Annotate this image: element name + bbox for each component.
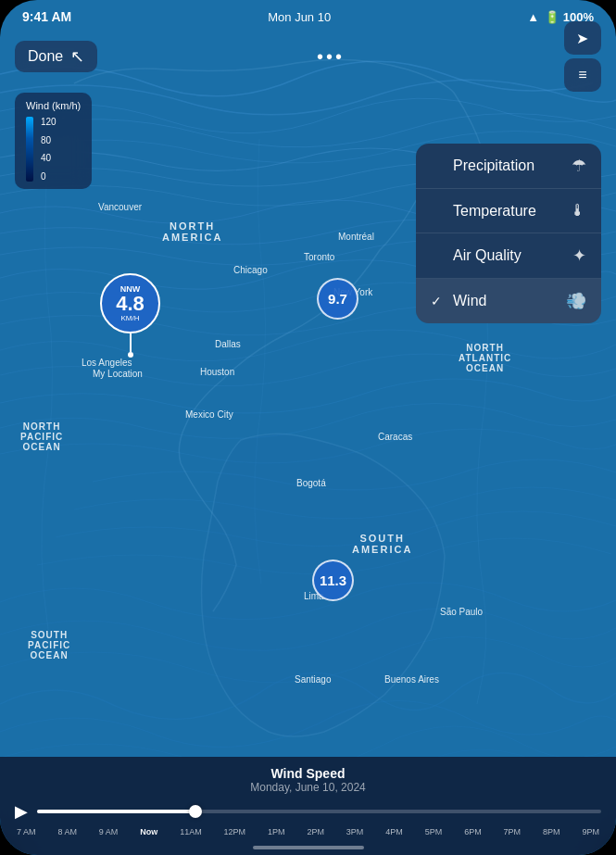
air-quality-icon: ✦ xyxy=(572,245,586,266)
timeline-track[interactable] xyxy=(37,810,601,813)
time-12pm: 12PM xyxy=(224,827,246,836)
wind-bubble-secondary: 9.7 xyxy=(317,278,358,320)
done-label: Done xyxy=(28,48,63,65)
play-button[interactable]: ▶ xyxy=(15,801,28,822)
wind-visualization xyxy=(0,0,616,855)
time-7pm: 7PM xyxy=(504,827,522,836)
timeline-controls: ▶ xyxy=(15,801,601,822)
device-frame: 9:41 AM Mon Jun 10 ▲ 🔋 100% Done ↖ ••• ➤… xyxy=(0,0,616,855)
layer-dropdown-menu: Precipitation ☂ Temperature 🌡 Air Qualit… xyxy=(416,144,601,323)
top-bar: Done ↖ ••• ➤ ≡ xyxy=(0,33,616,80)
timeline-date: Monday, June 10, 2024 xyxy=(15,781,601,794)
layers-button[interactable]: ≡ xyxy=(564,58,601,92)
wind-label-120: 120 xyxy=(41,117,57,127)
top-dots: ••• xyxy=(317,46,345,68)
wind-marker-my-location[interactable]: NNW 4.8 KM/H xyxy=(100,273,160,358)
menu-item-temperature[interactable]: Temperature 🌡 xyxy=(416,189,601,233)
wind-label: Wind xyxy=(453,293,486,309)
wind-legend-title: Wind (km/h) xyxy=(26,100,81,111)
wind-speed-value: 4.8 xyxy=(116,294,145,314)
timeline-labels: 7 AM 8 AM 9 AM Now 11AM 12PM 1PM 2PM 3PM… xyxy=(15,827,601,836)
wind-marker-new-york[interactable]: 9.7 xyxy=(317,278,358,320)
wind-color-bar xyxy=(26,117,33,182)
cursor-icon: ↖ xyxy=(70,46,84,67)
done-button[interactable]: Done ↖ xyxy=(15,41,97,72)
wind-speed-ny: 9.7 xyxy=(328,291,347,307)
time-1pm: 1PM xyxy=(268,827,285,836)
time-now: Now xyxy=(140,827,157,836)
location-button[interactable]: ➤ xyxy=(564,21,601,55)
location-arrow-icon: ➤ xyxy=(576,30,588,47)
wind-dot xyxy=(128,352,133,358)
menu-item-wind[interactable]: ✓ Wind 💨 xyxy=(416,279,601,323)
timeline-thumb xyxy=(189,805,202,818)
time-8pm: 8PM xyxy=(543,827,560,836)
time-8am: 8 AM xyxy=(57,827,77,836)
wind-unit: KM/H xyxy=(121,314,140,322)
time-2pm: 2PM xyxy=(307,827,324,836)
time-7am: 7 AM xyxy=(17,827,36,836)
wifi-icon: ▲ xyxy=(527,10,539,24)
wind-scale: 120 80 40 0 xyxy=(26,117,81,182)
time-5pm: 5PM xyxy=(425,827,443,836)
timeline-header: Wind Speed Monday, June 10, 2024 xyxy=(15,766,601,794)
wind-bubble-main: NNW 4.8 KM/H xyxy=(100,273,160,333)
wind-label-80: 80 xyxy=(41,135,57,145)
timeline-progress xyxy=(37,810,195,813)
wind-pin xyxy=(130,333,132,352)
time-11am: 11AM xyxy=(180,827,202,836)
menu-item-air-quality[interactable]: Air Quality ✦ xyxy=(416,233,601,279)
status-bar: 9:41 AM Mon Jun 10 ▲ 🔋 100% xyxy=(0,0,616,33)
wind-label-40: 40 xyxy=(41,153,57,163)
timeline-title: Wind Speed xyxy=(15,766,601,781)
menu-item-precipitation[interactable]: Precipitation ☂ xyxy=(416,144,601,189)
precipitation-icon: ☂ xyxy=(572,156,586,176)
wind-labels: 120 80 40 0 xyxy=(41,117,57,182)
wind-label-0: 0 xyxy=(41,171,57,182)
wind-check: ✓ xyxy=(431,294,446,308)
bottom-timeline-bar: Wind Speed Monday, June 10, 2024 ▶ 7 AM … xyxy=(0,757,616,855)
air-quality-label: Air Quality xyxy=(453,247,522,264)
layers-icon: ≡ xyxy=(578,67,586,83)
time-4pm: 4PM xyxy=(385,827,403,836)
wind-bubble-lima: 11.3 xyxy=(312,560,354,601)
top-right-buttons: ➤ ≡ xyxy=(564,21,601,92)
wind-marker-lima[interactable]: 11.3 xyxy=(312,560,354,601)
temperature-icon: 🌡 xyxy=(570,201,586,220)
time-3pm: 3PM xyxy=(346,827,364,836)
wind-menu-icon: 💨 xyxy=(566,291,586,311)
temperature-label: Temperature xyxy=(453,203,536,220)
time-9pm: 9PM xyxy=(582,827,599,836)
status-date: Mon Jun 10 xyxy=(268,10,331,24)
time-9am: 9 AM xyxy=(99,827,119,836)
wind-speed-lima: 11.3 xyxy=(320,572,346,588)
home-indicator xyxy=(253,846,364,849)
status-time: 9:41 AM xyxy=(22,9,71,24)
time-6pm: 6PM xyxy=(464,827,482,836)
wind-legend: Wind (km/h) 120 80 40 0 xyxy=(15,93,92,189)
map-background xyxy=(0,0,616,855)
precipitation-label: Precipitation xyxy=(453,157,534,174)
